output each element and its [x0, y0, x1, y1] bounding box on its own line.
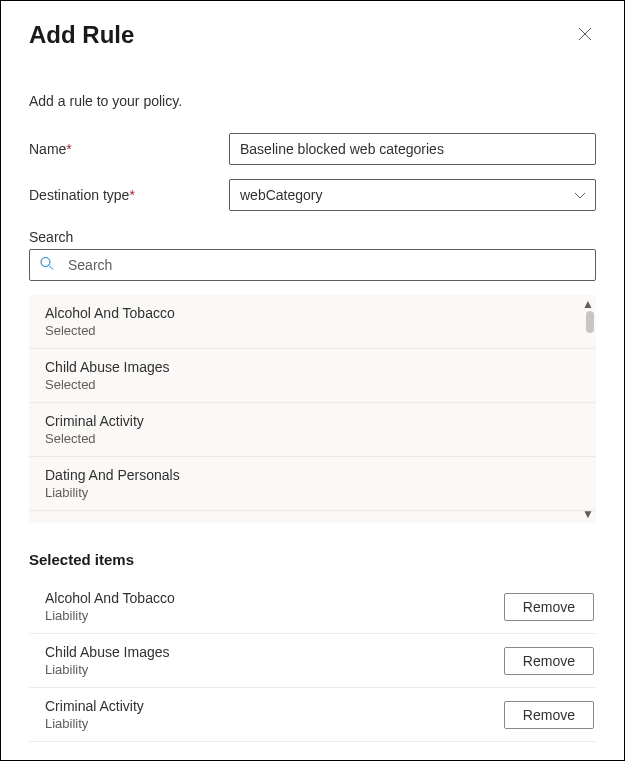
- svg-point-0: [41, 258, 50, 267]
- list-item[interactable]: Dating And Personals Liability: [29, 457, 596, 511]
- selected-item: Criminal Activity Liability Remove: [29, 688, 596, 742]
- destination-type-select-wrapper: [229, 179, 596, 211]
- list-item[interactable]: Child Abuse Images Selected: [29, 349, 596, 403]
- scroll-thumb[interactable]: [586, 311, 594, 333]
- close-icon: [578, 27, 592, 41]
- name-row: Name*: [29, 133, 596, 165]
- list-item-name: Criminal Activity: [45, 413, 580, 429]
- selected-item-category: Liability: [45, 716, 144, 731]
- list-item[interactable]: Alcohol And Tobacco Selected: [29, 295, 596, 349]
- remove-button[interactable]: Remove: [504, 647, 594, 675]
- selected-item-name: Criminal Activity: [45, 698, 144, 714]
- available-list: Alcohol And Tobacco Selected Child Abuse…: [29, 295, 596, 523]
- list-item[interactable]: Criminal Activity Selected: [29, 403, 596, 457]
- selected-item: Child Abuse Images Liability Remove: [29, 634, 596, 688]
- required-asterisk: *: [129, 187, 134, 203]
- search-label: Search: [29, 229, 596, 245]
- list-item-name: Child Abuse Images: [45, 359, 580, 375]
- selected-item-name: Child Abuse Images: [45, 644, 170, 660]
- close-button[interactable]: [574, 22, 596, 48]
- destination-type-label: Destination type*: [29, 187, 229, 203]
- scroll-down-icon[interactable]: ▼: [582, 507, 594, 521]
- remove-button[interactable]: Remove: [504, 701, 594, 729]
- list-item-status: Selected: [45, 431, 580, 446]
- selected-item: Alcohol And Tobacco Liability Remove: [29, 580, 596, 634]
- name-label: Name*: [29, 141, 229, 157]
- name-input[interactable]: [229, 133, 596, 165]
- remove-button[interactable]: Remove: [504, 593, 594, 621]
- selected-item-info: Alcohol And Tobacco Liability: [45, 590, 175, 623]
- required-asterisk: *: [66, 141, 71, 157]
- destination-type-select[interactable]: [229, 179, 596, 211]
- panel-title: Add Rule: [29, 21, 134, 49]
- search-wrapper: [29, 249, 596, 281]
- destination-type-row: Destination type*: [29, 179, 596, 211]
- selected-item-info: Child Abuse Images Liability: [45, 644, 170, 677]
- add-rule-panel: Add Rule Add a rule to your policy. Name…: [0, 0, 625, 761]
- svg-line-1: [49, 266, 53, 270]
- panel-subtitle: Add a rule to your policy.: [29, 93, 596, 109]
- selected-item-name: Alcohol And Tobacco: [45, 590, 175, 606]
- selected-item-info: Criminal Activity Liability: [45, 698, 144, 731]
- search-input[interactable]: [29, 249, 596, 281]
- selected-items-header: Selected items: [29, 551, 596, 568]
- selected-item-category: Liability: [45, 662, 170, 677]
- list-item-name: Dating And Personals: [45, 467, 580, 483]
- panel-header: Add Rule: [29, 21, 596, 49]
- list-item-name: Alcohol And Tobacco: [45, 305, 580, 321]
- available-list-viewport[interactable]: Alcohol And Tobacco Selected Child Abuse…: [29, 295, 596, 523]
- search-icon: [39, 256, 55, 275]
- list-item-status: Selected: [45, 377, 580, 392]
- list-item-status: Selected: [45, 323, 580, 338]
- list-item-status: Liability: [45, 485, 580, 500]
- scroll-up-icon[interactable]: ▲: [582, 297, 594, 311]
- selected-item-category: Liability: [45, 608, 175, 623]
